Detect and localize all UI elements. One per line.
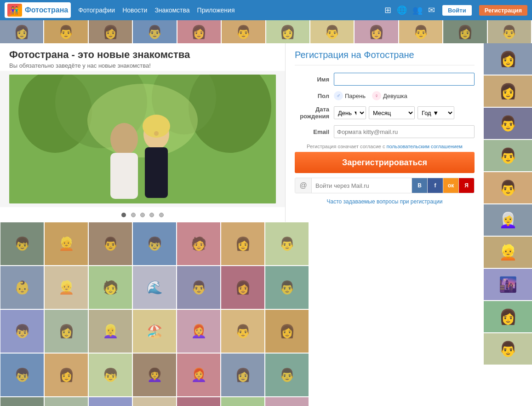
submit-button[interactable]: Зарегистрироваться — [295, 152, 475, 173]
photo-cell[interactable]: 👨 — [265, 266, 309, 309]
right-photo[interactable]: 👨 — [484, 333, 532, 365]
photo-cell[interactable]: 👦 — [0, 309, 44, 353]
nav-apps[interactable]: Приложения — [197, 6, 235, 14]
vk-login-button[interactable]: В — [412, 178, 427, 193]
dot-2[interactable] — [131, 213, 136, 217]
photo-cell[interactable]: 👩 — [221, 266, 265, 309]
logo-icon: 👫 — [7, 4, 22, 17]
right-photo[interactable]: 👨 — [484, 108, 532, 140]
strip-photo[interactable]: 👩 — [0, 20, 44, 43]
hero-left: Фотострана - это новые знакомства Вы обя… — [0, 43, 285, 222]
dob-day-select[interactable]: День ▼1234567891011121314151617181920212… — [334, 106, 366, 119]
gender-male[interactable]: ♂ Парень — [334, 91, 366, 100]
photo-cell[interactable]: 👩 — [44, 309, 88, 353]
nav-dating[interactable]: Знакомства — [154, 6, 189, 14]
strip-photo[interactable]: 👨 — [133, 20, 177, 43]
photo-cell[interactable]: 👩‍🦰 — [177, 309, 221, 353]
tagline-main: Фотострана - это новые знакомства — [9, 49, 276, 61]
grid-icon[interactable]: ⊞ — [384, 5, 391, 15]
dot-4[interactable] — [149, 213, 154, 217]
photo-cell[interactable]: 👩 — [221, 397, 265, 406]
photo-cell[interactable]: 👩‍🦰 — [177, 353, 221, 397]
gender-label: Пол — [295, 93, 334, 99]
strip-photo[interactable]: 👩 — [177, 20, 222, 43]
strip-photo[interactable]: 👩 — [443, 20, 487, 43]
strip-photo[interactable]: 👩 — [266, 20, 310, 43]
dob-year-select[interactable]: Год ▼20102009200820072006200520042003200… — [418, 106, 454, 119]
photo-cell[interactable]: 🏖️ — [132, 309, 177, 353]
photo-cell[interactable]: 👩 — [44, 353, 88, 397]
users-icon[interactable]: 👥 — [412, 5, 423, 15]
photo-cell[interactable]: 👩‍🦰 — [132, 397, 177, 406]
strip-photo[interactable]: 👨 — [310, 20, 355, 43]
right-photo[interactable]: 👩 — [484, 301, 532, 333]
strip-photo[interactable]: 👨 — [488, 20, 532, 43]
email-input[interactable] — [334, 125, 475, 138]
photo-cell[interactable]: 👨 — [88, 222, 132, 266]
photo-cell[interactable]: 👦 — [132, 222, 177, 266]
photo-cell[interactable]: 👩 — [177, 397, 221, 406]
nav-photos[interactable]: Фотографии — [78, 6, 115, 14]
social-mail-input[interactable] — [312, 182, 412, 189]
photo-cell[interactable]: 👦 — [44, 397, 88, 406]
mail-icon[interactable]: ✉ — [428, 5, 435, 15]
ya-login-button[interactable]: Я — [458, 178, 474, 193]
photo-cell[interactable]: 👱‍♀️ — [88, 309, 132, 353]
login-button[interactable]: Войти — [442, 5, 472, 16]
fb-login-button[interactable]: f — [427, 178, 443, 193]
agree-text: Регистрация означает согласие с пользова… — [295, 144, 475, 149]
svg-point-5 — [87, 84, 198, 157]
right-photo[interactable]: 👨 — [484, 140, 532, 172]
right-photo[interactable]: 👩 — [484, 43, 532, 75]
photo-cell[interactable]: 👨 — [177, 266, 221, 309]
name-input[interactable] — [334, 73, 475, 86]
photo-cell[interactable]: 👨 — [265, 353, 309, 397]
photo-cell[interactable]: 👩 — [265, 309, 309, 353]
photo-cell[interactable]: 🧑 — [88, 266, 132, 309]
strip-photo[interactable]: 👩 — [89, 20, 133, 43]
photo-cell[interactable]: 🧑 — [177, 222, 221, 266]
photo-cell[interactable]: 👩 — [88, 397, 132, 406]
nav-news[interactable]: Новости — [122, 6, 147, 14]
dot-1[interactable] — [121, 213, 126, 217]
strip-photo[interactable]: 👩 — [355, 20, 399, 43]
photo-cell[interactable]: 👶 — [0, 266, 44, 309]
faq-link[interactable]: Часто задаваемые вопросы при регистрации — [327, 198, 443, 205]
dob-month-select[interactable]: МесяцЯнварьФевральМартАпрельМайИюньИюльА… — [369, 106, 415, 119]
register-button[interactable]: Регистрация — [479, 5, 527, 16]
strip-photo[interactable]: 👨 — [44, 20, 88, 43]
svg-rect-9 — [145, 147, 168, 198]
email-row: Email — [295, 125, 475, 138]
photo-cell[interactable]: 👦 — [88, 353, 132, 397]
photo-cell[interactable]: 👦 — [0, 222, 44, 266]
logo[interactable]: 👫 Фотострана — [5, 2, 71, 18]
photo-cell[interactable]: 👦 — [0, 353, 44, 397]
right-photo[interactable]: 👩‍🦳 — [484, 204, 532, 237]
photo-cell[interactable]: 👩 — [221, 222, 265, 266]
strip-photo[interactable]: 👨 — [399, 20, 443, 43]
right-photo[interactable]: 👩 — [484, 75, 532, 108]
gender-options: ♂ Парень ♀ Девушка — [334, 91, 475, 100]
right-photo[interactable]: 👱 — [484, 237, 532, 269]
photo-cell[interactable]: 👨 — [221, 309, 265, 353]
photo-row-1: 👦 👱 👨 👦 🧑 👩 👨 — [0, 222, 484, 266]
dot-5[interactable] — [159, 213, 164, 217]
photo-cell[interactable]: 👩 — [0, 397, 44, 406]
globe-icon[interactable]: 🌐 — [397, 5, 407, 15]
dot-3[interactable] — [140, 213, 145, 217]
photo-cell[interactable]: 👩‍🦱 — [132, 353, 177, 397]
photo-cell[interactable]: 🌊 — [132, 266, 177, 309]
photo-cell[interactable]: 👱 — [44, 222, 88, 266]
ok-login-button[interactable]: ок — [443, 178, 458, 193]
right-photo[interactable]: 🌆 — [484, 269, 532, 301]
photo-cell[interactable]: 👱 — [44, 266, 88, 309]
photo-cell[interactable]: 👩 — [265, 397, 309, 406]
photo-row-5: 👩 👦 👩 👩‍🦰 👩 👩 👩 — [0, 397, 484, 406]
svg-rect-7 — [110, 153, 138, 199]
strip-photo[interactable]: 👨 — [222, 20, 266, 43]
gender-female[interactable]: ♀ Девушка — [372, 91, 407, 100]
photo-cell[interactable]: 👨 — [265, 222, 309, 266]
right-photo[interactable]: 👨 — [484, 172, 532, 204]
agree-link[interactable]: пользовательским соглашением — [387, 144, 463, 149]
photo-cell[interactable]: 👩 — [221, 353, 265, 397]
